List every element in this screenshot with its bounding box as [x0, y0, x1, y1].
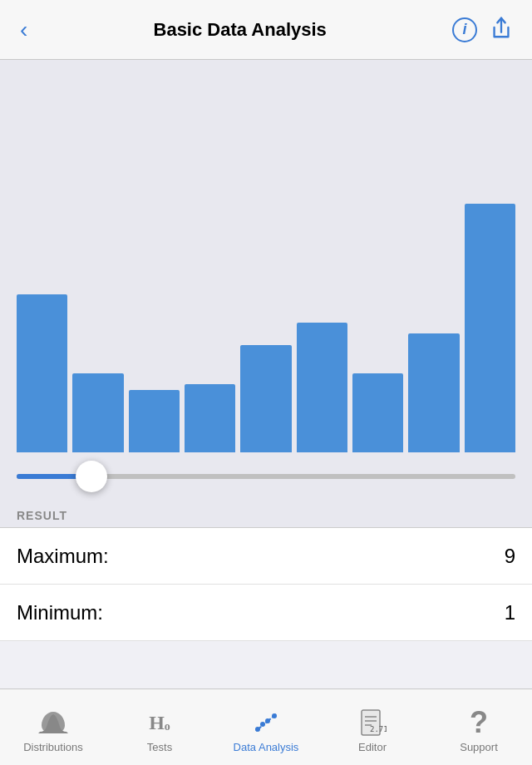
tab-editor-label: Editor [358, 741, 387, 753]
chart-bar [185, 384, 235, 452]
slider-track[interactable] [17, 474, 515, 479]
back-icon: ‹ [20, 18, 27, 42]
chart-bar [408, 333, 459, 452]
result-label: RESULT [0, 502, 532, 528]
chart-bar [17, 294, 67, 452]
data-row-value: 1 [505, 601, 515, 624]
chart-bar [465, 204, 515, 452]
chart-bar [352, 373, 403, 452]
tab-editor[interactable]: 2.718 Editor [319, 689, 426, 765]
data-rows: Maximum:9Minimum:1 [0, 528, 532, 641]
chart-bar [72, 373, 123, 452]
bar-chart [17, 76, 515, 459]
tab-support[interactable]: ? Support [426, 689, 532, 765]
header: ‹ Basic Data Analysis i [0, 0, 532, 60]
tab-distributions[interactable]: Distributions [0, 689, 106, 765]
tab-data-analysis[interactable]: Data Analysis [213, 689, 319, 765]
tab-support-label: Support [460, 741, 498, 753]
tests-icon: Ho [145, 708, 175, 738]
svg-text:2.718: 2.718 [370, 725, 387, 733]
data-analysis-icon [251, 708, 281, 738]
share-button[interactable] [484, 8, 519, 52]
chart-container [0, 60, 532, 459]
back-button[interactable]: ‹ [13, 12, 34, 48]
tab-distributions-label: Distributions [23, 741, 83, 753]
tab-tests[interactable]: Ho Tests [106, 689, 213, 765]
chart-bar [240, 345, 291, 452]
chart-bar [297, 323, 347, 452]
data-row: Minimum:1 [0, 585, 532, 641]
distributions-icon [38, 708, 68, 738]
page-title: Basic Data Analysis [34, 19, 446, 41]
tab-bar: Distributions Ho Tests Data Analysis [0, 688, 532, 765]
data-row-label: Maximum: [17, 545, 109, 568]
info-icon: i [452, 17, 477, 42]
data-row-value: 9 [505, 545, 515, 568]
slider-thumb[interactable] [76, 461, 107, 492]
share-icon [490, 15, 512, 45]
editor-icon: 2.718 [357, 708, 387, 738]
info-button[interactable]: i [446, 11, 484, 49]
chart-bar [129, 390, 180, 452]
tab-tests-label: Tests [147, 741, 172, 753]
tab-data-analysis-label: Data Analysis [234, 741, 299, 753]
support-icon: ? [464, 708, 494, 738]
data-row: Maximum:9 [0, 528, 532, 585]
slider-container [0, 459, 532, 502]
data-row-label: Minimum: [17, 601, 103, 624]
